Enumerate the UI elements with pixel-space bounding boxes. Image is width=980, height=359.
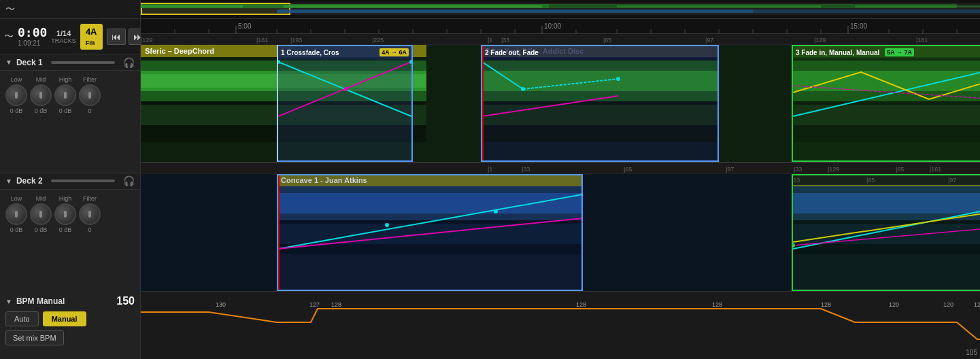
- deck2-low-knob-group: Low 0 dB: [5, 195, 27, 233]
- set-bpm-button[interactable]: Set mix BPM: [5, 330, 64, 345]
- svg-rect-5: [284, 5, 542, 7]
- svg-text:|225: |225: [372, 37, 384, 44]
- deck1-mid-val: 0 dB: [35, 107, 48, 114]
- overview-bar: 〜: [0, 0, 980, 19]
- svg-text:|65: |65: [603, 37, 611, 44]
- deck1-volume-slider[interactable]: [51, 61, 115, 64]
- svg-text:|161: |161: [256, 37, 268, 44]
- deck1-collapse-arrow[interactable]: ▼: [5, 58, 12, 66]
- svg-rect-4: [141, 5, 243, 7]
- deck2-headphone-icon[interactable]: 🎧: [123, 175, 135, 186]
- ruler-bar: 5:00 10:00 15:00: [141, 19, 980, 34]
- deck1-filter-knob-group: Filter 0: [79, 76, 101, 114]
- deck2-header: ▼ Deck 2 🎧: [0, 173, 140, 190]
- deck1-high-knob-group: High 0 dB: [54, 76, 76, 114]
- deck2-filter-knob-group: Filter 0: [79, 195, 101, 233]
- svg-point-94: [581, 192, 581, 196]
- svg-rect-7: [855, 5, 980, 7]
- svg-rect-3: [277, 10, 753, 13]
- bpm-manual-button[interactable]: Manual: [43, 311, 86, 326]
- key-badge: 4A Fm: [80, 24, 103, 50]
- svg-line-64: [482, 96, 618, 116]
- transition1-overlay-deck2[interactable]: [277, 174, 583, 291]
- deck2-mid-knob[interactable]: [30, 203, 52, 225]
- transition2-overlay-deck1[interactable]: 2 Fade out, Fade: [481, 45, 719, 162]
- svg-text:10:00: 10:00: [544, 22, 561, 30]
- svg-text:128: 128: [821, 301, 831, 308]
- svg-text:128: 128: [331, 301, 341, 308]
- svg-line-101: [793, 201, 980, 242]
- deck2-low-knob[interactable]: [5, 203, 27, 225]
- svg-line-62: [482, 62, 523, 89]
- deck1-title: Deck 1: [16, 58, 43, 67]
- deck1-header: ▼ Deck 1 🎧: [0, 54, 140, 71]
- deck1-sub-ruler: |129 |161 |193 |225 |1 |33 |65 |97 |129 …: [141, 34, 980, 45]
- svg-text:|1: |1: [488, 166, 492, 173]
- deck2-high-knob[interactable]: [54, 203, 76, 225]
- deck2-collapse-arrow[interactable]: ▼: [5, 177, 12, 185]
- svg-point-66: [616, 77, 620, 81]
- svg-text:|161: |161: [930, 166, 941, 173]
- transition3-overlay-deck2[interactable]: [792, 174, 980, 291]
- bpm-min-label: 105: [966, 349, 977, 356]
- waveform-small-icon: 〜: [4, 31, 14, 43]
- deck1-filter-val: 0: [88, 107, 91, 114]
- deck1-low-knob-group: Low 0 dB: [5, 76, 27, 114]
- bpm-title: BPM Manual: [16, 296, 65, 306]
- svg-text:120: 120: [943, 301, 953, 308]
- deck2-volume-slider[interactable]: [51, 180, 115, 182]
- deck2-low-val: 0 dB: [10, 226, 23, 233]
- deck1-high-label: High: [59, 76, 72, 83]
- deck2-filter-knob[interactable]: [79, 203, 101, 225]
- deck2-eq-knobs: Low 0 dB Mid 0 dB High 0 dB: [0, 190, 140, 236]
- svg-text:128: 128: [576, 301, 586, 308]
- deck2-filter-val: 0: [88, 226, 91, 233]
- deck1-high-val: 0 dB: [59, 107, 72, 114]
- svg-text:128: 128: [712, 301, 722, 308]
- deck1-high-knob[interactable]: [54, 84, 76, 106]
- deck1-low-knob[interactable]: [5, 84, 27, 106]
- bpm-value: 150: [116, 295, 135, 307]
- deck2-filter-label: Filter: [83, 195, 97, 202]
- overview-waveform[interactable]: [141, 3, 980, 15]
- bpm-auto-button[interactable]: Auto: [5, 311, 39, 326]
- deck1-headphone-icon[interactable]: 🎧: [123, 57, 135, 68]
- svg-text:15:00: 15:00: [850, 22, 867, 30]
- transition3-overlay-deck1[interactable]: 3 Fade in, Manual, Manual 5A → 7A: [792, 45, 980, 162]
- deck1-waveform-area: Sferic – DeepChord: [141, 45, 980, 162]
- svg-text:130: 130: [216, 301, 226, 308]
- deck2-low-label: Low: [11, 195, 22, 202]
- deck2-high-val: 0 dB: [59, 226, 72, 233]
- svg-point-103: [793, 243, 795, 247]
- svg-point-57: [344, 87, 348, 91]
- deck1-eq-knobs: Low 0 dB Mid 0 dB High 0 dB: [0, 71, 140, 117]
- deck2-waveform-area: Concave 1 - Juan Atkins: [141, 174, 980, 291]
- svg-text:|97: |97: [726, 166, 734, 173]
- svg-text:|65: |65: [896, 166, 904, 173]
- deck1-low-label: Low: [11, 76, 22, 83]
- svg-text:|97: |97: [705, 37, 713, 44]
- transition2-header: 2 Fade out, Fade: [482, 46, 717, 58]
- svg-text:|161: |161: [916, 37, 928, 44]
- rewind-button[interactable]: ⏮: [107, 29, 126, 45]
- svg-line-63: [523, 79, 618, 89]
- bpm-curve: 130 127 128 128 128 128 120 120 120: [141, 298, 980, 349]
- timeline-area: 5:00 10:00 15:00: [141, 19, 980, 359]
- svg-text:|1: |1: [488, 37, 492, 44]
- deck2-high-knob-group: High 0 dB: [54, 195, 76, 233]
- time-display: 0:00 1:09:21: [18, 25, 47, 48]
- svg-line-90: [278, 194, 581, 249]
- transport-bar: 〜 0:00 1:09:21 1/14 TRACKS 4A Fm ⏮ ⏭: [0, 19, 140, 54]
- svg-line-100: [793, 194, 980, 249]
- bpm-collapse-arrow[interactable]: ▼: [5, 298, 12, 305]
- transition1-overlay-deck1[interactable]: 1 Crossfade, Cros 4A → 6A: [277, 45, 413, 162]
- deck2-mid-knob-group: Mid 0 dB: [30, 195, 52, 233]
- bpm-mode-buttons: Auto Manual: [5, 311, 135, 326]
- svg-text:127: 127: [309, 301, 320, 308]
- tracks-label: 1/14 TRACKS: [51, 29, 76, 44]
- deck1-filter-knob[interactable]: [79, 84, 101, 106]
- deck2-title: Deck 2: [16, 176, 43, 186]
- deck1-low-val: 0 dB: [10, 107, 23, 114]
- svg-text:|33: |33: [501, 37, 509, 44]
- deck1-mid-knob[interactable]: [30, 84, 52, 106]
